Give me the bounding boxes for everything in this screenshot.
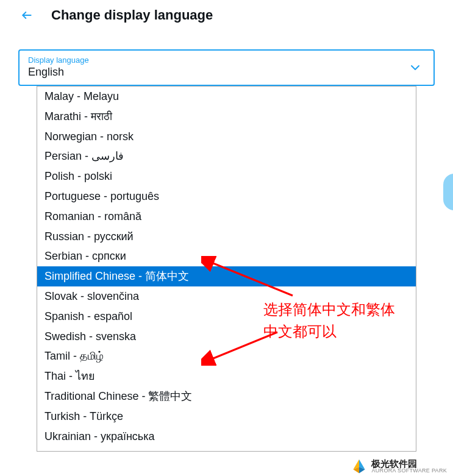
list-item[interactable]: Urdu (beta) - اردو (37, 446, 416, 452)
list-item[interactable]: Malay - Melayu (37, 87, 416, 107)
back-arrow-icon[interactable] (21, 9, 33, 21)
chevron-down-icon (408, 60, 423, 75)
list-item[interactable]: Slovak - slovenčina (37, 286, 416, 307)
watermark-text: 极光软件园 AURORA SOFTWARE PARK (371, 459, 447, 474)
select-label: Display language (28, 55, 425, 65)
list-item[interactable]: Persian - فارسی (37, 146, 416, 166)
list-item[interactable]: Traditional Chinese - 繁體中文 (37, 386, 416, 407)
page-title: Change display language (51, 7, 213, 23)
language-select[interactable]: Display language English (18, 49, 435, 86)
watermark-cn: 极光软件园 (371, 459, 447, 468)
list-item[interactable]: Simplified Chinese - 简体中文 (37, 266, 416, 286)
edge-decoration (443, 174, 453, 210)
list-item[interactable]: Tamil - தமிழ் (37, 346, 416, 366)
header: Change display language (0, 0, 453, 34)
list-item[interactable]: Ukrainian - українська (37, 427, 416, 447)
list-item[interactable]: Thai - ไทย (37, 366, 416, 386)
list-item[interactable]: Polish - polski (37, 166, 416, 186)
watermark: 极光软件园 AURORA SOFTWARE PARK (351, 458, 447, 475)
select-value: English (28, 66, 425, 79)
language-dropdown[interactable]: Malay - MelayuMarathi - मराठीNorwegian -… (37, 86, 416, 452)
list-item[interactable]: Portuguese - português (37, 186, 416, 207)
list-item[interactable]: Romanian - română (37, 207, 416, 227)
list-item[interactable]: Russian - русский (37, 227, 416, 247)
language-select-wrapper: Display language English Malay - MelayuM… (18, 49, 435, 452)
list-item[interactable]: Serbian - српски (37, 246, 416, 266)
watermark-logo-icon (351, 458, 368, 475)
list-item[interactable]: Norwegian - norsk (37, 127, 416, 147)
list-item[interactable]: Spanish - español (37, 307, 416, 327)
watermark-en: AURORA SOFTWARE PARK (371, 468, 447, 474)
list-item[interactable]: Swedish - svenska (37, 327, 416, 347)
list-item[interactable]: Marathi - मराठी (37, 107, 416, 127)
list-item[interactable]: Turkish - Türkçe (37, 407, 416, 427)
